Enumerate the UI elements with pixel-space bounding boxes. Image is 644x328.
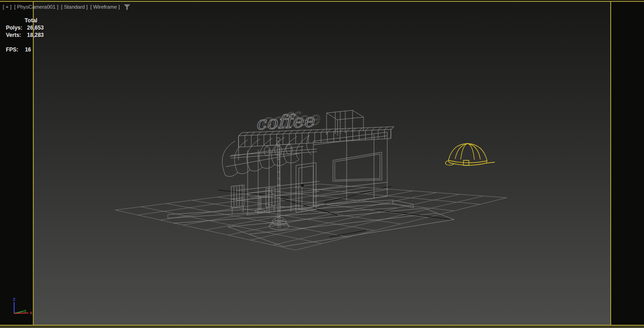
- stats-verts-value: 18,283: [18, 32, 44, 38]
- coffee-shop-model[interactable]: coffee coffee: [222, 108, 394, 215]
- stats-fps-value: 16: [18, 46, 31, 53]
- table-and-chairs-model[interactable]: [231, 185, 275, 214]
- viewport-pov-menu[interactable]: [ + ]: [3, 4, 11, 10]
- stats-fps-label: FPS:: [6, 46, 18, 53]
- safe-frame-border-right: [610, 1, 611, 326]
- world-axis-gizmo: Z Y X: [13, 297, 32, 315]
- viewport-camera-menu[interactable]: [ PhysCamera001 ]: [14, 4, 58, 10]
- street-lamp-model[interactable]: [264, 138, 292, 230]
- safe-frame-border-left: [33, 1, 34, 326]
- stats-polys-value: 26,653: [18, 25, 44, 31]
- stats-total-header: Total: [18, 17, 44, 24]
- viewport-style-menu[interactable]: [ Standard ]: [61, 4, 88, 10]
- dome-light-model[interactable]: [446, 144, 495, 165]
- filter-icon[interactable]: [124, 4, 130, 10]
- coffee-sign-text: coffee: [255, 110, 316, 134]
- viewport[interactable]: coffee coffee: [0, 0, 644, 328]
- axis-y-label: Y: [24, 309, 26, 313]
- axis-x-label: X: [30, 311, 32, 315]
- viewport-label: [ + ] [ PhysCamera001 ] [ Standard ] [ W…: [3, 4, 130, 10]
- safe-frame-border-bottom: [0, 325, 644, 326]
- axis-z-label: Z: [13, 297, 16, 302]
- safe-frame-border-top: [0, 1, 644, 2]
- scene-canvas[interactable]: coffee coffee: [0, 0, 644, 328]
- door-knob: [301, 184, 304, 187]
- viewport-shading-menu[interactable]: [ Wireframe ]: [90, 4, 120, 10]
